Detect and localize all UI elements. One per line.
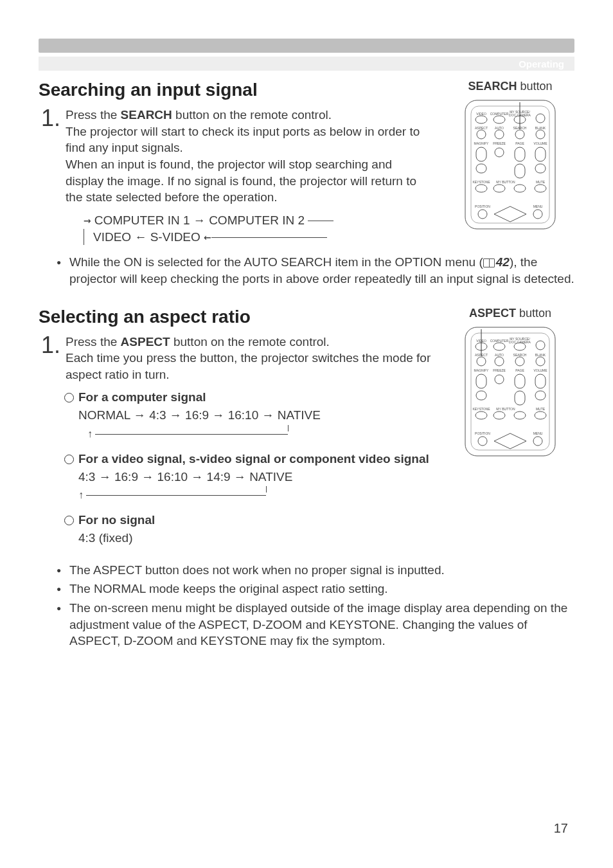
- svg-text:KEYSTONE: KEYSTONE: [472, 407, 490, 411]
- svg-text:SEARCH: SEARCH: [513, 353, 527, 357]
- svg-text:VIDEO: VIDEO: [476, 112, 486, 116]
- book-icon: [483, 258, 495, 267]
- step1-text: Press the SEARCH button on the remote co…: [66, 107, 433, 206]
- section2-title: Selecting an aspect ratio: [39, 307, 433, 327]
- search-button-label: SEARCH button: [446, 80, 574, 93]
- svg-text:COMPUTER: COMPUTER: [490, 339, 509, 343]
- step2-number: 1.: [41, 334, 60, 383]
- page-number: 17: [554, 821, 568, 836]
- svg-text:VOLUME: VOLUME: [533, 141, 547, 145]
- category-label: Operating: [519, 59, 564, 69]
- svg-text:BLANK: BLANK: [535, 126, 546, 130]
- step2-text: Press the ASPECT button on the remote co…: [66, 334, 433, 383]
- section2-bullets: The ASPECT button does not work when no …: [57, 562, 574, 649]
- svg-text:MUTE: MUTE: [536, 407, 546, 411]
- svg-text:MENU: MENU: [533, 204, 543, 208]
- aspect-video-head: For a video signal, s-video signal or co…: [64, 452, 433, 466]
- svg-text:DOC.CAMERA: DOC.CAMERA: [509, 340, 531, 344]
- svg-text:PAGE: PAGE: [515, 141, 524, 145]
- svg-text:ASPECT: ASPECT: [475, 126, 488, 130]
- svg-text:BLANK: BLANK: [535, 353, 546, 357]
- step1-number: 1.: [41, 107, 60, 206]
- step1-rest: The projector will start to check its in…: [66, 125, 420, 204]
- svg-text:MY BUTTON: MY BUTTON: [496, 180, 515, 184]
- svg-text:MUTE: MUTE: [536, 180, 546, 184]
- aspect-nosignal-head: For no signal: [64, 513, 433, 527]
- aspect-nosignal-body: 4:3 (fixed): [78, 530, 433, 547]
- top-grey-bar: [39, 39, 574, 53]
- aspect-computer-head: For a computer signal: [64, 390, 433, 404]
- svg-text:PAGE: PAGE: [515, 368, 524, 372]
- input-cycle-diagram: → COMPUTER IN 1 → COMPUTER IN 2 VIDEO ← …: [84, 212, 433, 245]
- svg-text:MENU: MENU: [533, 431, 543, 435]
- svg-text:FREEZE: FREEZE: [493, 368, 506, 372]
- category-band: Operating: [39, 57, 574, 71]
- svg-text:MY BUTTON: MY BUTTON: [496, 407, 515, 411]
- svg-text:KEYSTONE: KEYSTONE: [472, 180, 490, 184]
- section1-bullets: While the ON is selected for the AUTO SE…: [57, 254, 574, 287]
- svg-text:MAGNIFY: MAGNIFY: [474, 368, 489, 372]
- svg-text:MAGNIFY: MAGNIFY: [474, 141, 489, 145]
- svg-text:POSITION: POSITION: [475, 431, 490, 435]
- svg-text:AUTO: AUTO: [495, 353, 504, 357]
- svg-text:POSITION: POSITION: [475, 204, 490, 208]
- aspect-computer-body: NORMAL → 4:3 → 16:9 → 16:10 → NATIVE ↑: [78, 407, 433, 441]
- aspect-video-body: 4:3 → 16:9 → 16:10 → 14:9 → NATIVE ↑: [78, 469, 433, 503]
- remote-illustration-1: VIDEOCOMPUTERMY SOURCE/DOC.CAMERA ASPECT…: [446, 97, 574, 232]
- svg-text:FREEZE: FREEZE: [493, 141, 506, 145]
- svg-text:COMPUTER: COMPUTER: [490, 112, 509, 116]
- section1-title: Searching an input signal: [39, 80, 433, 100]
- svg-text:AUTO: AUTO: [495, 126, 504, 130]
- aspect-button-label: ASPECT button: [446, 307, 574, 320]
- remote-illustration-2: VIDEOCOMPUTERMY SOURCE/DOC.CAMERA ASPECT…: [446, 324, 574, 459]
- svg-text:VOLUME: VOLUME: [533, 368, 547, 372]
